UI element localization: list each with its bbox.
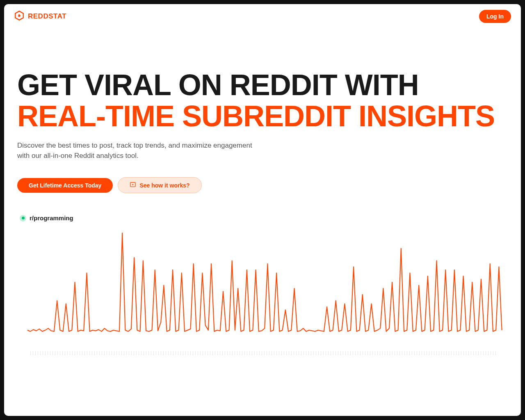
chart-subreddit-label: r/programming: [30, 215, 73, 221]
page-container: REDDSTAT Log In GET VIRAL ON REDDIT WITH…: [4, 4, 521, 416]
hero-title-accent: REAL-TIME SUBREDDIT INSIGHTS: [17, 100, 495, 132]
see-how-it-works-label: See how it works?: [139, 182, 189, 189]
activity-chart: [19, 225, 506, 348]
chart-header: r/programming: [19, 213, 506, 225]
cta-row: Get Lifetime Access Today See how it wor…: [17, 177, 508, 193]
hero-title: GET VIRAL ON REDDIT WITH REAL-TIME SUBRE…: [17, 70, 508, 132]
chart-card: r/programming: [14, 210, 511, 363]
live-indicator-icon: [20, 215, 26, 221]
chart-tick-strip: [30, 351, 498, 355]
brand-logo-icon: [14, 10, 25, 23]
play-icon: [130, 181, 136, 189]
login-button[interactable]: Log In: [479, 10, 511, 23]
brand-name: REDDSTAT: [28, 12, 66, 21]
brand[interactable]: REDDSTAT: [14, 10, 66, 23]
see-how-it-works-button[interactable]: See how it works?: [118, 177, 201, 193]
hero-title-plain: GET VIRAL ON REDDIT WITH: [17, 68, 419, 101]
get-access-button[interactable]: Get Lifetime Access Today: [17, 178, 113, 193]
hero-subtitle: Discover the best times to post, track t…: [17, 141, 255, 161]
header: REDDSTAT Log In: [4, 4, 521, 29]
hero-section: GET VIRAL ON REDDIT WITH REAL-TIME SUBRE…: [4, 29, 521, 193]
